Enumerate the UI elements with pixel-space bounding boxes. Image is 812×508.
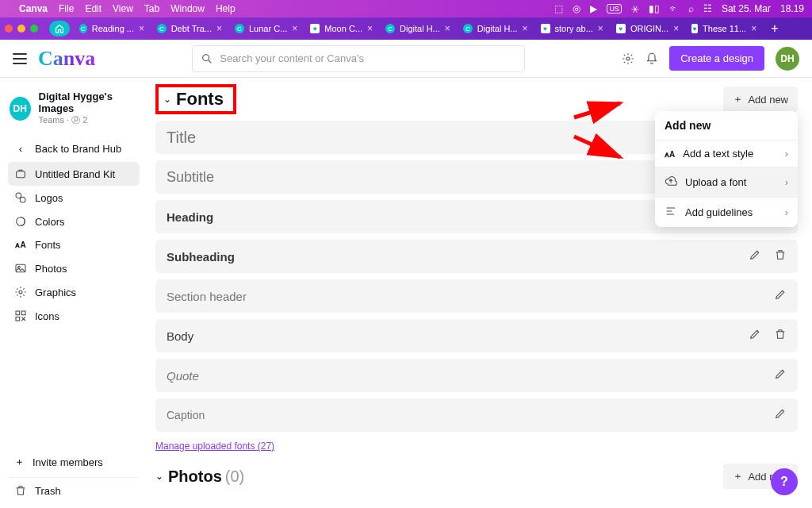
- sidebar-item-fonts[interactable]: ᴀAFonts: [8, 233, 140, 256]
- edit-icon[interactable]: [749, 248, 761, 264]
- back-to-brand-hub[interactable]: ‹ Back to Brand Hub: [8, 137, 140, 160]
- manage-uploaded-fonts-link[interactable]: Manage uploaded fonts (27): [155, 441, 274, 452]
- tab-label: Moon C...: [324, 24, 362, 33]
- sidebar-item-kit[interactable]: Untitled Brand Kit: [8, 162, 140, 186]
- text-style-row-caption[interactable]: Caption: [155, 398, 798, 432]
- minimize-window-icon[interactable]: [17, 25, 25, 33]
- popover-item-upload[interactable]: Upload a font›: [655, 167, 798, 197]
- browser-tab[interactable]: CDigital H...×: [379, 20, 457, 37]
- sidebar-item-label: Photos: [35, 263, 67, 275]
- create-design-button[interactable]: Create a design: [669, 46, 764, 71]
- popover-item-text[interactable]: ᴀAAdd a text style›: [655, 140, 798, 167]
- photos-section-header[interactable]: ⌄ Photos (0) ＋ Add new: [155, 464, 798, 489]
- svg-rect-11: [16, 317, 20, 321]
- edit-icon[interactable]: [749, 328, 761, 344]
- photos-title: Photos: [168, 468, 222, 486]
- sidebar-item-colors[interactable]: Colors: [8, 210, 140, 233]
- help-button[interactable]: ?: [771, 468, 798, 495]
- browser-tab[interactable]: CLunar C...×: [228, 20, 304, 37]
- edit-icon[interactable]: [774, 368, 787, 383]
- browser-tab[interactable]: ♥These 11...×: [685, 20, 763, 37]
- delete-icon[interactable]: [774, 248, 787, 264]
- text-style-row-quote[interactable]: Quote: [155, 359, 798, 392]
- wifi-icon[interactable]: ᯤ: [669, 3, 679, 14]
- battery-icon[interactable]: ▮▯: [649, 3, 660, 14]
- browser-tab[interactable]: ♥Moon C...×: [304, 20, 379, 37]
- hamburger-icon[interactable]: [13, 53, 27, 64]
- user-avatar[interactable]: DH: [776, 47, 799, 71]
- close-tab-icon[interactable]: ×: [673, 23, 679, 34]
- browser-tab[interactable]: ♥story ab...×: [534, 20, 610, 37]
- close-window-icon[interactable]: [5, 25, 13, 33]
- bluetooth-icon[interactable]: ⚹: [631, 3, 639, 14]
- chevron-right-icon: ›: [785, 206, 788, 218]
- svg-rect-10: [21, 311, 25, 315]
- bell-icon[interactable]: [645, 52, 658, 65]
- fonts-section-header[interactable]: ⌄ Fonts: [155, 84, 236, 114]
- close-tab-icon[interactable]: ×: [216, 23, 222, 34]
- menubar-file[interactable]: File: [59, 3, 74, 14]
- gear-icon[interactable]: [622, 52, 634, 65]
- browser-tab[interactable]: CDigital H...×: [457, 20, 534, 37]
- menubar-window[interactable]: Window: [170, 3, 205, 14]
- text-style-row-section[interactable]: Section header: [155, 279, 798, 313]
- add-new-font-button[interactable]: ＋ Add new: [723, 87, 798, 112]
- close-tab-icon[interactable]: ×: [367, 23, 373, 34]
- sync-icon[interactable]: ◎: [573, 3, 580, 14]
- sidebar-item-label: Logos: [35, 192, 63, 204]
- delete-icon[interactable]: [774, 328, 787, 344]
- menubar-help[interactable]: Help: [216, 3, 236, 14]
- menubar-time[interactable]: 18.19: [780, 3, 804, 14]
- dropbox-icon[interactable]: ⬚: [554, 3, 563, 14]
- sidebar-item-icons[interactable]: Icons: [8, 304, 140, 328]
- sidebar-item-label: Graphics: [35, 287, 76, 298]
- fullscreen-window-icon[interactable]: [30, 25, 38, 33]
- menubar-edit[interactable]: Edit: [85, 3, 102, 14]
- close-tab-icon[interactable]: ×: [751, 23, 756, 34]
- sidebar-item-logos[interactable]: Logos: [8, 186, 140, 210]
- svg-rect-9: [16, 311, 20, 315]
- close-tab-icon[interactable]: ×: [445, 23, 450, 34]
- close-tab-icon[interactable]: ×: [598, 23, 603, 34]
- browser-tab[interactable]: CDebt Tra...×: [151, 20, 228, 37]
- app-topbar: Canva Search your content or Canva's Cre…: [0, 40, 812, 78]
- search-placeholder: Search your content or Canva's: [220, 52, 364, 64]
- search-input[interactable]: Search your content or Canva's: [192, 45, 525, 72]
- menubar-date[interactable]: Sat 25. Mar: [722, 3, 771, 14]
- tab-label: Lunar C...: [249, 24, 287, 33]
- close-tab-icon[interactable]: ×: [292, 23, 297, 34]
- sidebar-item-photos[interactable]: Photos: [8, 256, 140, 280]
- new-tab-button[interactable]: +: [766, 21, 783, 36]
- text-style-row-body[interactable]: Body: [155, 319, 798, 352]
- text-style-label: Subheading: [167, 250, 749, 264]
- lang-icon[interactable]: US: [607, 4, 622, 13]
- chevron-right-icon: ›: [785, 176, 788, 188]
- menubar-app[interactable]: Canva: [19, 3, 48, 14]
- menubar-view[interactable]: View: [113, 3, 133, 14]
- edit-icon[interactable]: [774, 407, 787, 423]
- team-switcher[interactable]: DH Digital Hygge's Images Teams · ⓟ 2: [8, 87, 140, 133]
- invite-members-button[interactable]: ＋ Invite members: [8, 448, 140, 475]
- edit-icon[interactable]: [774, 288, 787, 304]
- fonts-title: Fonts: [176, 89, 224, 110]
- logos-icon: [14, 191, 27, 204]
- control-center-icon[interactable]: ☷: [703, 3, 712, 14]
- trash-button[interactable]: Trash: [8, 477, 140, 503]
- popover-item-lines[interactable]: Add guidelines›: [655, 197, 798, 227]
- text-style-label: Quote: [167, 369, 774, 383]
- tab-label: Digital H...: [477, 24, 518, 33]
- svg-point-8: [19, 291, 22, 294]
- popover-item-label: Add guidelines: [685, 206, 753, 218]
- record-icon[interactable]: ▶: [590, 3, 597, 14]
- kit-icon: [14, 167, 27, 180]
- menubar-tab[interactable]: Tab: [144, 3, 159, 14]
- home-tab[interactable]: [49, 21, 70, 37]
- canva-logo[interactable]: Canva: [38, 47, 95, 71]
- browser-tab[interactable]: ♥ORIGIN...×: [610, 20, 685, 37]
- close-tab-icon[interactable]: ×: [139, 23, 144, 34]
- close-tab-icon[interactable]: ×: [523, 23, 528, 34]
- text-style-row-subheading[interactable]: Subheading: [155, 240, 798, 273]
- browser-tab[interactable]: CReading ...×: [73, 20, 151, 37]
- search-icon[interactable]: ⌕: [688, 3, 694, 14]
- sidebar-item-graphics[interactable]: Graphics: [8, 280, 140, 304]
